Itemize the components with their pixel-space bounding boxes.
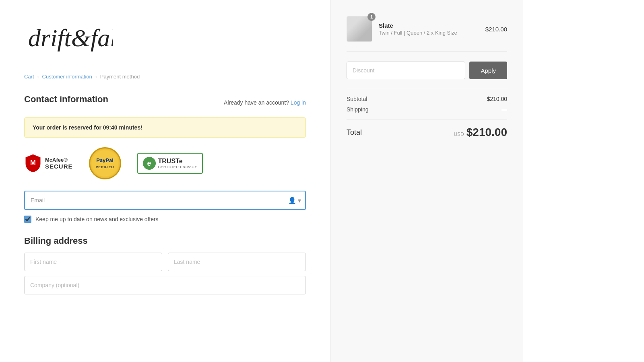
breadcrumb-chevron-1: ›: [37, 74, 39, 80]
reservation-banner: Your order is reserved for 09:40 minutes…: [24, 117, 306, 138]
breadcrumb-payment: Payment method: [100, 74, 140, 80]
svg-text:drift&fall: drift&fall: [28, 24, 113, 51]
newsletter-checkbox[interactable]: [24, 216, 31, 223]
discount-row: Apply: [347, 62, 507, 79]
shipping-value: —: [502, 106, 507, 113]
breadcrumb-customer-info: Customer information: [42, 74, 92, 80]
breadcrumb: Cart › Customer information › Payment me…: [24, 74, 306, 80]
truste-brand-text: TRUSTe: [158, 158, 197, 165]
mcafee-shield-icon: M: [24, 154, 42, 173]
last-name-input[interactable]: [168, 253, 306, 271]
user-dropdown-icon[interactable]: 👤 ▾: [288, 197, 301, 204]
company-field-wrap: [24, 276, 306, 294]
item-info: Slate Twin / Full | Queen / 2 x King Siz…: [379, 22, 479, 36]
login-link[interactable]: Log in: [291, 99, 306, 106]
contact-section-title: Contact information: [24, 94, 108, 105]
billing-section-title: Billing address: [24, 236, 306, 246]
newsletter-label[interactable]: Keep me up to date on news and exclusive…: [35, 216, 159, 222]
breadcrumb-cart[interactable]: Cart: [24, 74, 34, 80]
breadcrumb-chevron-2: ›: [95, 74, 97, 80]
trust-badges: M McAfee® SECURE PayPal VERIFIED e TRUST…: [24, 147, 306, 179]
email-field-wrap: 👤 ▾: [24, 191, 306, 210]
logo: drift&fall: [24, 16, 306, 58]
mcafee-badge: M McAfee® SECURE: [24, 154, 73, 173]
item-price: $210.00: [485, 26, 507, 33]
total-row: Total USD $210.00: [347, 119, 507, 139]
first-name-input[interactable]: [24, 253, 162, 271]
svg-text:M: M: [30, 159, 36, 167]
email-input[interactable]: [24, 191, 306, 210]
mcafee-secure-text: SECURE: [45, 163, 73, 170]
name-row: [24, 253, 306, 271]
total-label: Total: [347, 128, 362, 137]
item-image: [347, 16, 372, 42]
subtotal-label: Subtotal: [347, 96, 367, 102]
truste-icon: e: [143, 157, 156, 170]
subtotal-value: $210.00: [487, 96, 507, 102]
logo-svg: drift&fall: [24, 16, 113, 56]
subtotal-row: Subtotal $210.00: [347, 96, 507, 102]
truste-label-text: CERTIFIED PRIVACY: [158, 165, 197, 169]
total-value-wrap: USD $210.00: [454, 126, 507, 139]
totals-section: Subtotal $210.00 Shipping — Total USD $2…: [347, 89, 507, 139]
total-currency: USD: [454, 132, 464, 137]
total-value: $210.00: [466, 126, 507, 139]
discount-input[interactable]: [347, 62, 465, 79]
order-item: 1 Slate Twin / Full | Queen / 2 x King S…: [347, 16, 507, 52]
paypal-verified-text: VERIFIED: [96, 165, 114, 169]
order-summary-panel: 1 Slate Twin / Full | Queen / 2 x King S…: [330, 0, 523, 362]
item-variant: Twin / Full | Queen / 2 x King Size: [379, 30, 479, 36]
already-account-text: Already have an account? Log in: [224, 99, 306, 106]
shipping-label: Shipping: [347, 106, 369, 113]
item-image-wrap: 1: [347, 16, 372, 42]
mcafee-brand-text: McAfee®: [45, 157, 73, 163]
paypal-badge: PayPal VERIFIED: [89, 147, 121, 179]
company-input[interactable]: [24, 276, 306, 294]
paypal-brand-text: PayPal: [96, 157, 114, 163]
item-quantity-badge: 1: [367, 13, 376, 21]
apply-button[interactable]: Apply: [469, 62, 507, 79]
item-name: Slate: [379, 22, 479, 29]
truste-badge: e TRUSTe CERTIFIED PRIVACY: [137, 153, 203, 174]
shipping-row: Shipping —: [347, 106, 507, 113]
newsletter-checkbox-row: Keep me up to date on news and exclusive…: [24, 216, 306, 223]
